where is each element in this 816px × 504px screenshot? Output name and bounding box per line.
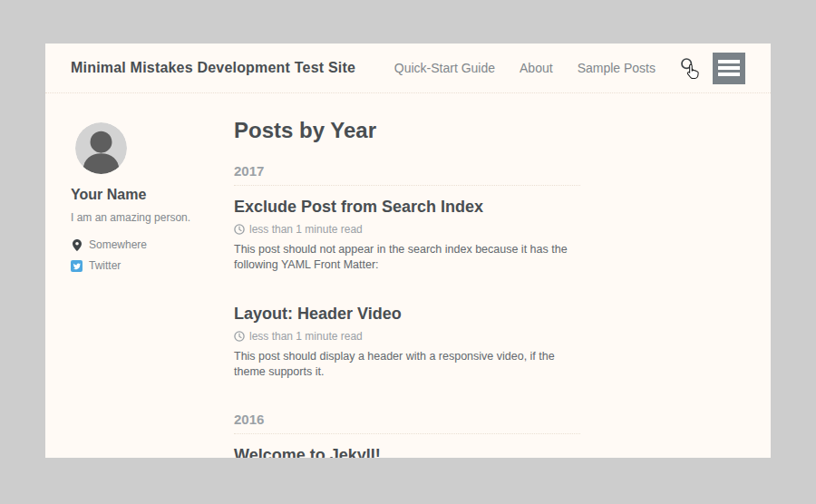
post-title-link[interactable]: Layout: Header Video bbox=[234, 305, 580, 324]
post-entry: Welcome to Jekyll! less than 1 minute re… bbox=[234, 446, 580, 458]
page-content: Your Name I am an amazing person. Somewh… bbox=[45, 93, 771, 458]
menu-button[interactable] bbox=[713, 53, 745, 84]
post-meta: less than 1 minute read bbox=[234, 330, 580, 343]
clock-icon bbox=[234, 224, 245, 235]
avatar[interactable] bbox=[75, 122, 127, 174]
author-link-label: Somewhere bbox=[89, 238, 147, 251]
masthead-nav: Quick-Start Guide About Sample Posts bbox=[370, 53, 745, 84]
author-name: Your Name bbox=[71, 187, 234, 203]
site-title[interactable]: Minimal Mistakes Development Test Site bbox=[71, 60, 355, 76]
masthead: Minimal Mistakes Development Test Site Q… bbox=[45, 44, 771, 93]
year-section-2016: 2016 Welcome to Jekyll! less than 1 minu… bbox=[234, 412, 580, 458]
page-title: Posts by Year bbox=[234, 118, 580, 143]
year-section-2017: 2017 Exclude Post from Search Index less… bbox=[234, 163, 580, 380]
author-bio: I am an amazing person. bbox=[71, 211, 234, 224]
clock-icon bbox=[234, 331, 245, 342]
read-time: less than 1 minute read bbox=[249, 330, 363, 343]
nav-link-sample-posts[interactable]: Sample Posts bbox=[578, 61, 656, 75]
post-meta: less than 1 minute read bbox=[234, 223, 580, 236]
twitter-icon bbox=[71, 260, 83, 272]
person-silhouette-icon bbox=[75, 122, 127, 174]
read-time: less than 1 minute read bbox=[249, 223, 363, 236]
location-pin-icon bbox=[71, 239, 83, 251]
post-excerpt: This post should display a header with a… bbox=[234, 349, 580, 380]
post-entry: Exclude Post from Search Index less than… bbox=[234, 198, 580, 273]
year-heading: 2016 bbox=[234, 412, 580, 434]
author-link-label: Twitter bbox=[89, 259, 121, 272]
post-title-link[interactable]: Exclude Post from Search Index bbox=[234, 198, 580, 217]
post-entry: Layout: Header Video less than 1 minute … bbox=[234, 305, 580, 380]
author-link-location[interactable]: Somewhere bbox=[71, 238, 234, 251]
archive-main: Posts by Year 2017 Exclude Post from Sea… bbox=[234, 118, 580, 458]
author-links: Somewhere Twitter bbox=[71, 238, 234, 272]
nav-link-about[interactable]: About bbox=[520, 61, 553, 75]
post-excerpt: This post should not appear in the searc… bbox=[234, 242, 580, 273]
search-icon bbox=[680, 57, 696, 73]
browser-page: Minimal Mistakes Development Test Site Q… bbox=[45, 44, 771, 458]
menu-icon bbox=[718, 60, 740, 63]
author-sidebar: Your Name I am an amazing person. Somewh… bbox=[71, 118, 234, 458]
year-heading: 2017 bbox=[234, 163, 580, 186]
post-title-link[interactable]: Welcome to Jekyll! bbox=[234, 446, 580, 458]
search-button[interactable] bbox=[680, 57, 700, 79]
author-link-twitter[interactable]: Twitter bbox=[71, 259, 234, 272]
nav-link-quick-start-guide[interactable]: Quick-Start Guide bbox=[394, 61, 495, 75]
